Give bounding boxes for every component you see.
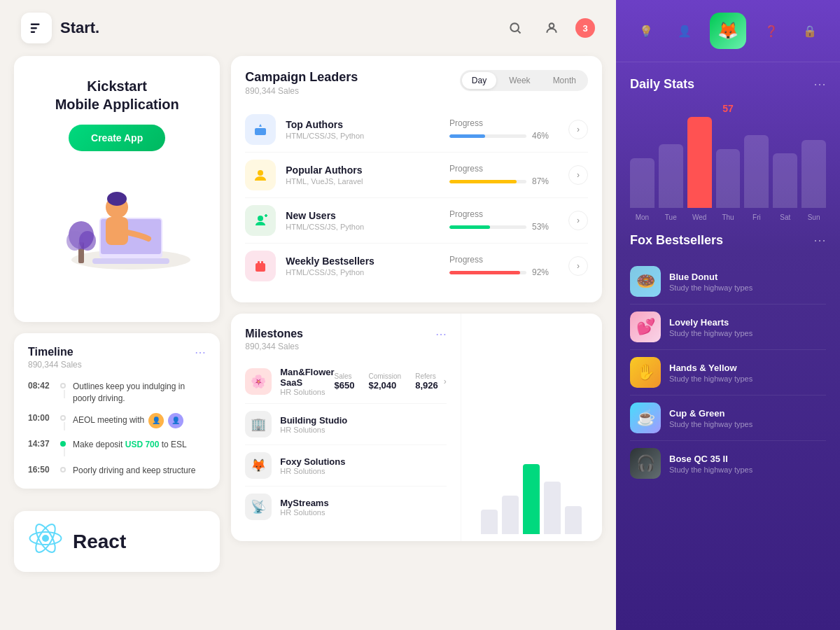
bestseller-item[interactable]: ☕ Cup & Green Study the highway types (630, 396, 826, 441)
kickstart-card: Kickstart Mobile Application Create App (14, 56, 220, 322)
bestseller-sub: Study the highway types (669, 420, 826, 428)
bestseller-name: Hands & Yellow (669, 363, 826, 373)
progress-bar (449, 271, 526, 274)
bestseller-thumb: 🎧 (630, 448, 661, 479)
svg-point-22 (258, 170, 263, 176)
chevron-button[interactable]: › (568, 256, 588, 276)
tab-week[interactable]: Week (499, 72, 540, 89)
daily-stats-title: Daily Stats (630, 77, 694, 92)
milestone-icon: 🌸 (245, 368, 272, 395)
bestseller-sub: Study the highway types (669, 374, 826, 383)
user-button[interactable] (539, 15, 564, 41)
timeline-title: Timeline (28, 346, 82, 358)
avatar: 👤 (148, 413, 164, 428)
progress-pct: 46% (532, 131, 549, 141)
create-app-button[interactable]: Create App (69, 125, 165, 151)
leader-row: New Users HTML/CSS/JS, Python Progress 5… (245, 198, 588, 244)
timeline-item: 10:00 AEOL meeting with 👤 👤 (28, 413, 206, 430)
milestone-row: 📡 MyStreams HR Solutions (245, 486, 446, 527)
leader-tech: HTML, VueJS, Laravel (286, 177, 449, 186)
chevron-button[interactable]: › (568, 120, 588, 139)
chart-bar-thu (716, 149, 741, 209)
milestones-card: Milestones 890,344 Sales ⋯ 🌸 Man&Flower … (231, 314, 602, 541)
svg-point-3 (510, 23, 519, 31)
svg-rect-28 (261, 261, 263, 265)
search-button[interactable] (503, 15, 528, 41)
milestones-options[interactable]: ⋯ (435, 328, 447, 341)
tab-month[interactable]: Month (543, 72, 586, 89)
chart-bar (481, 510, 498, 534)
bestseller-thumb: ☕ (630, 402, 661, 433)
bestseller-name: Cup & Green (669, 408, 826, 419)
chart-bar (565, 506, 582, 534)
svg-rect-21 (255, 128, 266, 135)
svg-rect-9 (92, 258, 169, 264)
svg-rect-1 (31, 27, 37, 29)
leader-tech: HTML/CSS/JS, Python (286, 268, 449, 276)
logo-icon (21, 13, 52, 43)
chart-labels: Mon Tue Wed Thu Fri Sat Sun (630, 214, 826, 221)
sidebar-icon-bulb[interactable]: 💡 (634, 18, 659, 43)
chart-bar-mon (630, 158, 654, 209)
milestone-row: 🌸 Man&Flower SaaS HR Solutions Sales $65… (245, 360, 446, 404)
leader-name: New Users (286, 210, 449, 221)
leader-name: Weekly Bestsellers (286, 255, 449, 267)
leader-name: Top Authors (286, 119, 449, 130)
progress-label: Progress (449, 118, 483, 128)
milestones-chart (461, 314, 602, 541)
right-sidebar: 💡 👤 🦊 ❓ 🔒 Daily Stats ⋯ 57 Mon Tue (616, 0, 840, 630)
chart-bar (502, 496, 519, 534)
milestone-icon: 🦊 (245, 452, 272, 479)
timeline-item: 16:50 Poorly driving and keep structure (28, 465, 206, 477)
leader-icon (245, 251, 276, 281)
kickstart-title: Kickstart Mobile Application (55, 77, 179, 113)
react-label: React (73, 531, 126, 553)
bestseller-item[interactable]: 🍩 Blue Donut Study the highway types (630, 259, 826, 304)
sidebar-icon-lock[interactable]: 🔒 (797, 18, 822, 43)
logo-text: Start. (60, 19, 99, 37)
bestseller-sub: Study the highway types (669, 465, 826, 474)
bestseller-item[interactable]: 🎧 Bose QC 35 II Study the highway types (630, 441, 826, 486)
timeline-item: 14:37 Make deposit USD 700 to ESL (28, 439, 206, 456)
notification-badge[interactable]: 3 (575, 18, 595, 38)
campaign-title: Campaign Leaders (245, 70, 358, 85)
fox-bestsellers-title: Fox Bestsellers (630, 233, 723, 248)
bestseller-name: Blue Donut (669, 272, 826, 282)
bestseller-sub: Study the highway types (669, 329, 826, 337)
avatar: 👤 (168, 413, 183, 428)
sidebar-icon-person[interactable]: 👤 (672, 18, 697, 43)
header: Start. 3 (0, 0, 616, 56)
chevron-button[interactable]: › (568, 165, 588, 185)
illustration (40, 165, 194, 277)
svg-point-23 (258, 216, 263, 221)
leader-tech: HTML/CSS/JS, Python (286, 223, 449, 231)
campaign-subtitle: 890,344 Sales (245, 86, 358, 96)
tab-day[interactable]: Day (462, 72, 496, 89)
fox-bestsellers-section: Fox Bestsellers ⋯ 🍩 Blue Donut Study the… (616, 232, 840, 500)
react-icon (28, 521, 63, 562)
fox-bestsellers-options[interactable]: ⋯ (813, 232, 826, 248)
chart-bar-wed (687, 117, 712, 208)
svg-rect-2 (31, 31, 35, 33)
bestseller-name: Bose QC 35 II (669, 454, 826, 464)
svg-point-16 (79, 231, 96, 251)
bestseller-thumb: 🍩 (630, 266, 661, 297)
leader-row: Top Authors HTML/CSS/JS, Python Progress… (245, 107, 588, 153)
chevron-button[interactable]: › (568, 211, 588, 230)
sidebar-icon-help[interactable]: ❓ (759, 18, 784, 43)
progress-label: Progress (449, 255, 483, 265)
chart-bar (523, 464, 540, 534)
milestone-row: 🦊 Foxy Solutions HR Solutions (245, 445, 446, 486)
timeline-options[interactable]: ⋯ (195, 346, 206, 359)
progress-bar (449, 225, 526, 229)
chart-peak-value: 57 (630, 103, 826, 114)
bestseller-item[interactable]: ✋ Hands & Yellow Study the highway types (630, 350, 826, 396)
bestseller-item[interactable]: 💕 Lovely Hearts Study the highway types (630, 304, 826, 350)
bestseller-sub: Study the highway types (669, 284, 826, 292)
milestone-icon: 🏢 (245, 411, 272, 438)
timeline-card: Timeline 890,344 Sales ⋯ 08:42 Outlines … (14, 333, 220, 489)
sidebar-fox-icon[interactable]: 🦊 (710, 13, 746, 49)
daily-stats-options[interactable]: ⋯ (813, 76, 826, 92)
header-icons: 3 (503, 15, 595, 41)
chart-bar-sun (802, 140, 826, 209)
